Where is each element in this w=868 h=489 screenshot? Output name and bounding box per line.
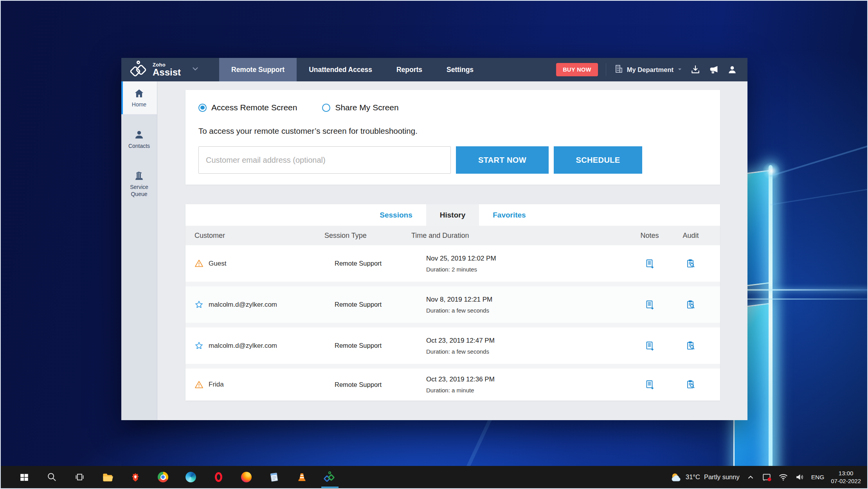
sidebar-item-service-queue[interactable]: Service Queue <box>121 164 157 203</box>
start-button[interactable] <box>10 466 38 488</box>
action-center-icon[interactable] <box>762 472 772 482</box>
brand-assist: Assist <box>153 67 181 77</box>
customer-name: malcolm.d@zylker.com <box>209 342 277 350</box>
nav-tab-unattended-access[interactable]: Unattended Access <box>297 58 384 81</box>
add-notes-icon[interactable] <box>628 379 671 390</box>
zoho-assist-taskbar-button[interactable] <box>316 466 344 488</box>
favorite-star-icon <box>194 341 203 350</box>
col-audit: Audit <box>671 232 710 240</box>
nav-tab-remote-support[interactable]: Remote Support <box>219 58 297 81</box>
brand-logo[interactable]: Zoho Assist <box>121 58 219 81</box>
tab-history[interactable]: History <box>426 204 479 226</box>
nav-tab-reports[interactable]: Reports <box>384 58 434 81</box>
customer-name: malcolm.d@zylker.com <box>209 301 277 309</box>
customer-email-input[interactable] <box>198 146 451 174</box>
weather-widget[interactable]: 31°C Partly sunny <box>670 472 740 483</box>
opera-icon <box>215 472 222 482</box>
edge-browser-button[interactable] <box>177 466 205 488</box>
audit-log-icon[interactable] <box>671 379 710 390</box>
volume-icon[interactable] <box>795 472 805 482</box>
department-selector[interactable]: My Department <box>614 64 683 75</box>
chrome-browser-button[interactable] <box>149 466 177 488</box>
taskbar-clock[interactable]: 13:00 07-02-2022 <box>831 469 861 485</box>
vlc-player-button[interactable] <box>288 466 316 488</box>
add-notes-icon[interactable] <box>628 259 671 269</box>
announcement-megaphone-icon[interactable] <box>708 64 719 75</box>
zoho-assist-icon <box>324 471 336 483</box>
main-content: Access Remote Screen Share My Screen To … <box>157 81 747 420</box>
opera-browser-button[interactable] <box>205 466 232 488</box>
app-switcher-chevron-icon[interactable] <box>191 65 200 75</box>
time-and-duration: Oct 23, 2019 12:36 PM Duration: a minute <box>411 376 628 394</box>
sidebar-item-contacts[interactable]: Contacts <box>121 123 157 156</box>
user-profile-icon[interactable] <box>727 65 737 75</box>
history-table-header: Customer Session Type Time and Duration … <box>185 226 720 245</box>
sidebar-item-home[interactable]: Home <box>121 81 157 114</box>
session-time: Nov 8, 2019 12:21 PM <box>426 296 628 304</box>
col-session-type: Session Type <box>324 232 411 240</box>
wallpaper-light-edge <box>769 165 773 489</box>
wifi-icon[interactable] <box>778 472 788 482</box>
radio-access-remote-screen[interactable]: Access Remote Screen <box>198 103 297 112</box>
vlc-icon <box>297 472 307 482</box>
firefox-browser-button[interactable] <box>232 466 260 488</box>
tab-favorites[interactable]: Favorites <box>479 204 539 226</box>
warning-icon <box>194 259 203 268</box>
add-notes-icon[interactable] <box>628 300 671 310</box>
audit-log-icon[interactable] <box>671 341 710 351</box>
edge-icon <box>185 472 196 482</box>
file-explorer-button[interactable] <box>94 466 121 488</box>
session-type: Remote Support <box>324 381 411 388</box>
nav-tabs: Remote Support Unattended Access Reports… <box>219 58 486 81</box>
favorite-star-icon <box>194 300 203 309</box>
table-row: malcolm.d@zylker.com Remote Support Oct … <box>185 327 720 369</box>
start-now-button[interactable]: START NOW <box>456 146 549 174</box>
audit-log-icon[interactable] <box>671 300 710 310</box>
table-row: malcolm.d@zylker.com Remote Support Nov … <box>185 286 720 327</box>
radio-share-my-screen[interactable]: Share My Screen <box>322 103 398 112</box>
language-indicator[interactable]: ENG <box>811 474 825 481</box>
tray-temperature: 31°C <box>686 473 700 481</box>
sidebar-item-label: Home <box>132 101 146 108</box>
clock-date: 07-02-2022 <box>831 477 861 485</box>
service-queue-icon <box>134 171 144 181</box>
radio-unselected-icon[interactable] <box>322 104 330 112</box>
taskbar-search-button[interactable] <box>38 466 66 488</box>
file-explorer-icon <box>102 472 113 483</box>
add-notes-icon[interactable] <box>628 341 671 351</box>
session-duration: Duration: a minute <box>426 387 628 394</box>
zoho-assist-window: Zoho Assist Remote Support Unattended Ac… <box>121 58 747 420</box>
notepad-button[interactable] <box>260 466 288 488</box>
task-view-button[interactable] <box>66 466 94 488</box>
wallpaper-light-beam <box>770 187 868 205</box>
nav-tab-settings[interactable]: Settings <box>434 58 486 81</box>
home-icon <box>134 88 144 99</box>
navbar-right: BUY NOW My Department <box>556 58 747 81</box>
history-tabbar: Sessions History Favorites <box>185 204 720 226</box>
tray-chevron-up-icon[interactable] <box>746 473 755 482</box>
active-app-indicator <box>321 487 339 488</box>
wallpaper-light-beam <box>770 143 868 177</box>
time-and-duration: Oct 23, 2019 12:47 PM Duration: a few se… <box>411 337 628 355</box>
brand-zoho: Zoho <box>153 62 181 68</box>
download-icon[interactable] <box>690 65 701 75</box>
schedule-button[interactable]: SCHEDULE <box>554 146 642 174</box>
start-session-form: START NOW SCHEDULE <box>198 146 720 174</box>
app-navbar: Zoho Assist Remote Support Unattended Ac… <box>121 58 747 81</box>
session-type: Remote Support <box>324 342 411 349</box>
tray-condition: Partly sunny <box>704 473 740 481</box>
search-icon <box>47 472 57 482</box>
radio-selected-icon[interactable] <box>198 104 207 112</box>
table-row: Frida Remote Support Oct 23, 2019 12:36 … <box>185 369 720 401</box>
session-duration: Duration: a few seconds <box>426 307 628 314</box>
col-customer: Customer <box>194 232 324 240</box>
tab-sessions[interactable]: Sessions <box>366 204 426 226</box>
brave-browser-button[interactable] <box>121 466 149 488</box>
audit-log-icon[interactable] <box>671 259 710 269</box>
col-time-duration: Time and Duration <box>411 232 628 240</box>
customer-name: Frida <box>209 381 224 388</box>
buy-now-button[interactable]: BUY NOW <box>556 63 598 76</box>
session-type: Remote Support <box>324 301 411 308</box>
session-duration: Duration: 2 minutes <box>426 266 628 273</box>
app-body: Home Contacts Service Queue <box>121 81 747 420</box>
